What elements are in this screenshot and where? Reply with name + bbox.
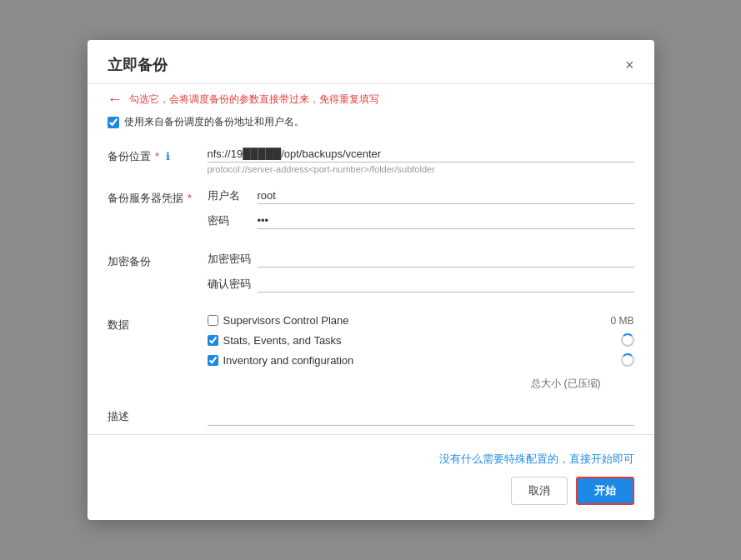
stats-option-row: Stats, Events, and Tasks bbox=[208, 333, 634, 347]
auto-fill-label: 使用来自备份调度的备份地址和用户名。 bbox=[124, 115, 304, 129]
password-row: 密码 bbox=[208, 212, 634, 229]
divider bbox=[88, 434, 654, 435]
password-input[interactable] bbox=[258, 212, 634, 229]
stats-checkbox[interactable] bbox=[208, 335, 218, 346]
footer-buttons: 取消 开始 bbox=[108, 477, 634, 505]
confirm-password-input[interactable] bbox=[258, 276, 634, 292]
inventory-checkbox[interactable] bbox=[208, 355, 218, 366]
backup-credentials-label: 备份服务器凭据 * bbox=[108, 188, 208, 206]
stats-label: Stats, Events, and Tasks bbox=[223, 334, 342, 347]
backup-location-row: 备份位置 * ℹ protocol://server-address<port-… bbox=[108, 146, 634, 174]
auto-fill-checkbox[interactable] bbox=[108, 117, 119, 128]
username-label: 用户名 bbox=[208, 188, 258, 203]
encrypt-backup-row: 加密备份 加密密码 确认密码 bbox=[108, 251, 634, 301]
total-row: 总大小 (已压缩) bbox=[208, 373, 634, 398]
data-options: Supervisors Control Plane 0 MB Stats, Ev… bbox=[208, 314, 634, 398]
supervisors-option-row: Supervisors Control Plane 0 MB bbox=[208, 314, 634, 327]
username-input[interactable] bbox=[258, 188, 634, 204]
supervisors-size: 0 MB bbox=[584, 315, 634, 327]
supervisors-option-left: Supervisors Control Plane bbox=[208, 314, 349, 327]
stats-spinner bbox=[621, 333, 634, 347]
description-input[interactable] bbox=[208, 406, 634, 426]
inventory-label: Inventory and configuration bbox=[223, 354, 354, 367]
dialog-title: 立即备份 bbox=[108, 55, 168, 75]
description-row: 描述 bbox=[108, 406, 634, 426]
confirm-password-row: 确认密码 bbox=[208, 276, 634, 292]
backup-location-content: protocol://server-address<port-number>/f… bbox=[208, 146, 634, 174]
backup-credentials-content: 用户名 密码 bbox=[208, 188, 634, 238]
encrypt-backup-content: 加密密码 确认密码 bbox=[208, 251, 634, 301]
hint-text: 勾选它，会将调度备份的参数直接带过来，免得重复填写 bbox=[129, 92, 379, 107]
supervisors-checkbox[interactable] bbox=[208, 315, 218, 326]
data-section-label: 数据 bbox=[108, 314, 208, 332]
dialog-body: 备份位置 * ℹ protocol://server-address<port-… bbox=[88, 138, 654, 426]
cancel-button[interactable]: 取消 bbox=[511, 477, 568, 505]
close-button[interactable]: × bbox=[625, 58, 634, 72]
info-icon[interactable]: ℹ bbox=[166, 150, 170, 162]
supervisors-label: Supervisors Control Plane bbox=[223, 314, 349, 327]
inventory-option-left: Inventory and configuration bbox=[208, 354, 354, 367]
dialog-header: 立即备份 × bbox=[88, 40, 654, 84]
password-label: 密码 bbox=[208, 213, 258, 228]
confirm-password-label: 确认密码 bbox=[208, 277, 258, 292]
backup-dialog: 立即备份 × ← 勾选它，会将调度备份的参数直接带过来，免得重复填写 使用来自备… bbox=[88, 40, 654, 520]
backup-location-label: 备份位置 * ℹ bbox=[108, 146, 208, 164]
encrypt-password-input[interactable] bbox=[258, 251, 634, 268]
backup-location-input[interactable] bbox=[208, 146, 634, 162]
data-section: 数据 Supervisors Control Plane 0 MB bbox=[108, 314, 634, 398]
dialog-overlay: 立即备份 × ← 勾选它，会将调度备份的参数直接带过来，免得重复填写 使用来自备… bbox=[0, 0, 741, 560]
backup-credentials-row: 备份服务器凭据 * 用户名 密码 bbox=[108, 188, 634, 238]
encrypt-password-label: 加密密码 bbox=[208, 252, 258, 267]
total-label: 总大小 (已压缩) bbox=[531, 377, 600, 391]
footer-hint: 没有什么需要特殊配置的，直接开始即可 bbox=[108, 452, 634, 467]
hint-row: ← 勾选它，会将调度备份的参数直接带过来，免得重复填写 bbox=[88, 84, 654, 113]
encrypt-password-row: 加密密码 bbox=[208, 251, 634, 268]
backup-location-hint: protocol://server-address<port-number>/f… bbox=[208, 164, 634, 174]
inventory-spinner bbox=[621, 353, 634, 367]
inventory-option-row: Inventory and configuration bbox=[208, 353, 634, 367]
dialog-footer: 没有什么需要特殊配置的，直接开始即可 取消 开始 bbox=[88, 443, 654, 520]
start-button[interactable]: 开始 bbox=[576, 477, 634, 505]
encrypt-backup-label: 加密备份 bbox=[108, 251, 208, 269]
description-label: 描述 bbox=[108, 406, 208, 424]
username-row: 用户名 bbox=[208, 188, 634, 204]
hint-arrow-icon: ← bbox=[108, 91, 123, 108]
stats-option-left: Stats, Events, and Tasks bbox=[208, 334, 342, 347]
auto-fill-row: 使用来自备份调度的备份地址和用户名。 bbox=[88, 113, 654, 138]
